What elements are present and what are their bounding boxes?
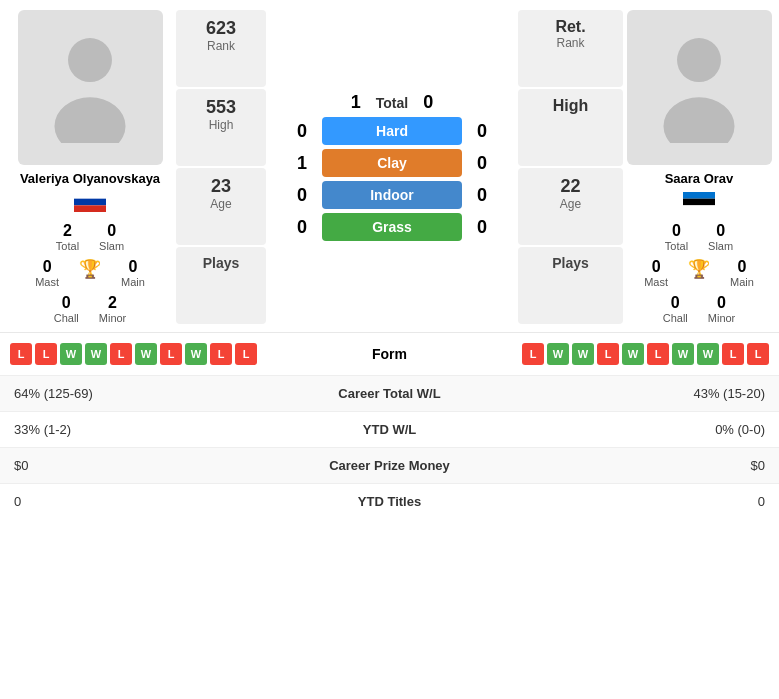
form-badge-l: L (210, 343, 232, 365)
right-minor-stat: 0 Minor (708, 294, 736, 324)
left-high-label: High (182, 118, 260, 132)
right-mast-label: Mast (644, 276, 668, 288)
svg-point-1 (54, 97, 125, 143)
surface-hard-button: Hard (322, 117, 462, 145)
prize-label: Career Prize Money (257, 447, 522, 483)
titles-right: 0 (522, 483, 779, 519)
right-chall-stat: 0 Chall (663, 294, 688, 324)
right-form-badges: LWWLWLWWLL (450, 343, 770, 365)
left-mast-value: 0 (43, 258, 52, 276)
form-badge-l: L (110, 343, 132, 365)
matchup-total-right: 0 (416, 92, 440, 113)
left-plays-card: Plays (176, 247, 266, 324)
left-slam-value: 0 (107, 222, 116, 240)
prize-left: $0 (0, 447, 257, 483)
career-wl-right: 43% (15-20) (522, 375, 779, 411)
left-stats-row2: 0 Mast 🏆 0 Main (10, 258, 170, 288)
left-stats-row3: 0 Chall 2 Minor (10, 294, 170, 324)
right-stats-row3: 0 Chall 0 Minor (629, 294, 769, 324)
left-player-stats: 2 Total 0 Slam 0 Mast 🏆 (10, 222, 170, 324)
prize-right: $0 (522, 447, 779, 483)
right-main-stat: 0 Main (730, 258, 754, 288)
matchup-clay-left: 1 (290, 153, 314, 174)
svg-rect-3 (74, 199, 106, 206)
form-label: Form (330, 346, 450, 362)
left-total-label: Total (56, 240, 79, 252)
left-rank-value: 623 (182, 18, 260, 39)
left-slam-stat: 0 Slam (99, 222, 124, 252)
matchup-grass-row: 0 Grass 0 (272, 213, 512, 241)
left-total-stat: 2 Total (56, 222, 79, 252)
right-stats-row1: 0 Total 0 Slam (629, 222, 769, 252)
left-rank-label: Rank (182, 39, 260, 53)
left-chall-stat: 0 Chall (54, 294, 79, 324)
right-mast-value: 0 (652, 258, 661, 276)
svg-rect-2 (74, 192, 106, 199)
left-age-value: 23 (182, 176, 260, 197)
stats-table: 64% (125-69) Career Total W/L 43% (15-20… (0, 375, 779, 519)
form-badge-l: L (747, 343, 769, 365)
form-badge-w: W (572, 343, 594, 365)
ytd-wl-right: 0% (0-0) (522, 411, 779, 447)
right-minor-value: 0 (717, 294, 726, 312)
left-mast-stat: 0 Mast (35, 258, 59, 288)
form-badge-l: L (522, 343, 544, 365)
right-age-value: 22 (524, 176, 617, 197)
matchup-total-label: Total (376, 95, 408, 111)
matchup-indoor-left: 0 (290, 185, 314, 206)
svg-rect-7 (683, 192, 715, 199)
left-player-name: Valeriya Olyanovskaya (20, 171, 160, 188)
right-total-value: 0 (672, 222, 681, 240)
left-mast-label: Mast (35, 276, 59, 288)
right-slam-stat: 0 Slam (708, 222, 733, 252)
svg-rect-4 (74, 205, 106, 212)
left-minor-label: Minor (99, 312, 127, 324)
right-player-name: Saara Orav (665, 171, 734, 188)
right-stats-row2: 0 Mast 🏆 0 Main (629, 258, 769, 288)
matchup-col: 1 Total 0 0 Hard 0 1 Clay (272, 10, 512, 324)
form-badge-w: W (622, 343, 644, 365)
right-mast-stat: 0 Mast (644, 258, 668, 288)
surface-grass-button: Grass (322, 213, 462, 241)
right-age-label: Age (524, 197, 617, 211)
form-badge-w: W (135, 343, 157, 365)
matchup-indoor-right: 0 (470, 185, 494, 206)
form-badge-w: W (60, 343, 82, 365)
left-form-badges: LLWWLWLWLL (10, 343, 330, 365)
right-player-avatar (627, 10, 772, 165)
matchup-hard-row: 0 Hard 0 (272, 117, 512, 145)
left-trophy-icon-container: 🏆 (79, 258, 101, 288)
right-trophy-icon-container: 🏆 (688, 258, 710, 288)
titles-label: YTD Titles (257, 483, 522, 519)
career-wl-left: 64% (125-69) (0, 375, 257, 411)
right-high-value: High (524, 97, 617, 115)
form-badge-l: L (597, 343, 619, 365)
form-badge-l: L (722, 343, 744, 365)
main-container: Valeriya Olyanovskaya 2 Total 0 (0, 0, 779, 519)
form-section: LLWWLWLWLL Form LWWLWLWWLL (0, 332, 779, 375)
surface-clay-button: Clay (322, 149, 462, 177)
right-chall-value: 0 (671, 294, 680, 312)
matchup-clay-right: 0 (470, 153, 494, 174)
right-plays-card: Plays (518, 247, 623, 324)
svg-point-0 (68, 38, 112, 82)
left-stats-row1: 2 Total 0 Slam (10, 222, 170, 252)
left-player-flag (74, 192, 106, 216)
form-badge-w: W (697, 343, 719, 365)
matchup-clay-row: 1 Clay 0 (272, 149, 512, 177)
matchup-grass-left: 0 (290, 217, 314, 238)
titles-left: 0 (0, 483, 257, 519)
matchup-grass-right: 0 (470, 217, 494, 238)
left-age-card: 23 Age (176, 168, 266, 245)
right-slam-label: Slam (708, 240, 733, 252)
form-badge-w: W (672, 343, 694, 365)
right-main-value: 0 (737, 258, 746, 276)
matchup-total-left: 1 (344, 92, 368, 113)
left-stats-col: 623 Rank 553 High 23 Age Plays (176, 10, 266, 324)
form-badge-l: L (160, 343, 182, 365)
ytd-wl-label: YTD W/L (257, 411, 522, 447)
form-badge-w: W (547, 343, 569, 365)
titles-row: 0 YTD Titles 0 (0, 483, 779, 519)
right-age-card: 22 Age (518, 168, 623, 245)
form-badge-w: W (185, 343, 207, 365)
